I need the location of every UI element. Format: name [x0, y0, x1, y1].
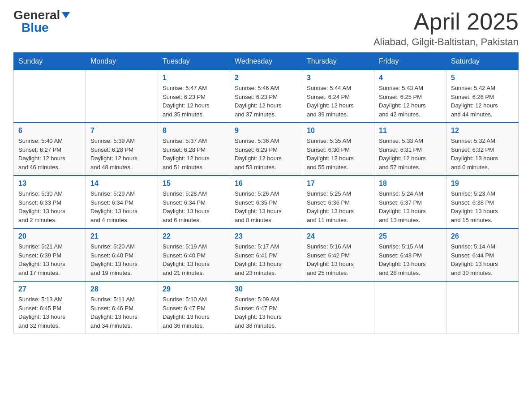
calendar-cell: 21Sunrise: 5:20 AMSunset: 6:40 PMDayligh… — [86, 228, 158, 281]
day-number: 29 — [163, 285, 225, 293]
calendar-cell — [374, 281, 446, 334]
day-number: 18 — [379, 180, 442, 188]
day-info: Sunrise: 5:23 AMSunset: 6:38 PMDaylight:… — [451, 189, 514, 224]
day-number: 21 — [90, 232, 153, 240]
calendar-cell: 26Sunrise: 5:14 AMSunset: 6:44 PMDayligh… — [446, 228, 519, 281]
calendar-cell — [302, 281, 374, 334]
day-number: 8 — [163, 127, 225, 135]
day-info: Sunrise: 5:33 AMSunset: 6:31 PMDaylight:… — [379, 137, 442, 171]
calendar-cell: 11Sunrise: 5:33 AMSunset: 6:31 PMDayligh… — [374, 123, 446, 176]
page-header: General Blue April 2025 Aliabad, Gilgit-… — [13, 9, 519, 48]
logo-triangle-icon — [62, 12, 70, 18]
calendar-week-row: 13Sunrise: 5:30 AMSunset: 6:33 PMDayligh… — [14, 176, 519, 228]
day-number: 25 — [379, 232, 442, 240]
day-number: 11 — [379, 127, 442, 135]
calendar-cell: 28Sunrise: 5:11 AMSunset: 6:46 PMDayligh… — [86, 281, 158, 334]
day-number: 20 — [18, 232, 81, 240]
column-header-monday: Monday — [86, 53, 158, 70]
day-info: Sunrise: 5:24 AMSunset: 6:37 PMDaylight:… — [379, 189, 442, 224]
logo: General Blue — [13, 9, 70, 34]
calendar-cell: 7Sunrise: 5:39 AMSunset: 6:28 PMDaylight… — [86, 123, 158, 176]
day-info: Sunrise: 5:11 AMSunset: 6:46 PMDaylight:… — [90, 295, 153, 330]
month-title: April 2025 — [373, 9, 519, 34]
day-info: Sunrise: 5:37 AMSunset: 6:28 PMDaylight:… — [163, 137, 225, 171]
column-header-friday: Friday — [374, 53, 446, 70]
day-number: 28 — [90, 285, 153, 293]
day-number: 7 — [90, 127, 153, 135]
calendar-cell: 18Sunrise: 5:24 AMSunset: 6:37 PMDayligh… — [374, 176, 446, 228]
calendar-cell: 1Sunrise: 5:47 AMSunset: 6:23 PMDaylight… — [158, 70, 230, 123]
day-info: Sunrise: 5:19 AMSunset: 6:40 PMDaylight:… — [163, 242, 225, 277]
day-info: Sunrise: 5:39 AMSunset: 6:28 PMDaylight:… — [90, 137, 153, 171]
day-info: Sunrise: 5:14 AMSunset: 6:44 PMDaylight:… — [451, 242, 514, 277]
day-number: 15 — [163, 180, 225, 188]
calendar-cell: 15Sunrise: 5:28 AMSunset: 6:34 PMDayligh… — [158, 176, 230, 228]
calendar-table: SundayMondayTuesdayWednesdayThursdayFrid… — [13, 52, 519, 334]
calendar-week-row: 27Sunrise: 5:13 AMSunset: 6:45 PMDayligh… — [14, 281, 519, 334]
day-info: Sunrise: 5:13 AMSunset: 6:45 PMDaylight:… — [18, 295, 81, 330]
day-number: 3 — [307, 74, 369, 82]
location-title: Aliabad, Gilgit-Baltistan, Pakistan — [373, 36, 519, 48]
column-header-tuesday: Tuesday — [158, 53, 230, 70]
day-number: 6 — [18, 127, 81, 135]
day-info: Sunrise: 5:35 AMSunset: 6:30 PMDaylight:… — [307, 137, 369, 171]
calendar-header-row: SundayMondayTuesdayWednesdayThursdayFrid… — [14, 53, 519, 70]
calendar-cell: 30Sunrise: 5:09 AMSunset: 6:47 PMDayligh… — [230, 281, 302, 334]
calendar-cell: 13Sunrise: 5:30 AMSunset: 6:33 PMDayligh… — [14, 176, 86, 228]
day-info: Sunrise: 5:44 AMSunset: 6:24 PMDaylight:… — [307, 84, 369, 119]
calendar-week-row: 20Sunrise: 5:21 AMSunset: 6:39 PMDayligh… — [14, 228, 519, 281]
calendar-cell: 9Sunrise: 5:36 AMSunset: 6:29 PMDaylight… — [230, 123, 302, 176]
day-number: 4 — [379, 74, 442, 82]
column-header-thursday: Thursday — [302, 53, 374, 70]
column-header-wednesday: Wednesday — [230, 53, 302, 70]
calendar-cell: 20Sunrise: 5:21 AMSunset: 6:39 PMDayligh… — [14, 228, 86, 281]
calendar-cell: 8Sunrise: 5:37 AMSunset: 6:28 PMDaylight… — [158, 123, 230, 176]
day-number: 1 — [163, 74, 225, 82]
calendar-cell: 29Sunrise: 5:10 AMSunset: 6:47 PMDayligh… — [158, 281, 230, 334]
day-number: 30 — [235, 285, 297, 293]
calendar-cell: 17Sunrise: 5:25 AMSunset: 6:36 PMDayligh… — [302, 176, 374, 228]
day-info: Sunrise: 5:40 AMSunset: 6:27 PMDaylight:… — [18, 137, 81, 171]
day-info: Sunrise: 5:17 AMSunset: 6:41 PMDaylight:… — [235, 242, 297, 277]
day-number: 17 — [307, 180, 369, 188]
calendar-week-row: 1Sunrise: 5:47 AMSunset: 6:23 PMDaylight… — [14, 70, 519, 123]
calendar-cell — [14, 70, 86, 123]
day-number: 10 — [307, 127, 369, 135]
day-info: Sunrise: 5:09 AMSunset: 6:47 PMDaylight:… — [235, 295, 297, 330]
day-info: Sunrise: 5:26 AMSunset: 6:35 PMDaylight:… — [235, 189, 297, 224]
calendar-cell: 12Sunrise: 5:32 AMSunset: 6:32 PMDayligh… — [446, 123, 519, 176]
calendar-cell: 5Sunrise: 5:42 AMSunset: 6:26 PMDaylight… — [446, 70, 519, 123]
day-info: Sunrise: 5:30 AMSunset: 6:33 PMDaylight:… — [18, 189, 81, 224]
day-info: Sunrise: 5:29 AMSunset: 6:34 PMDaylight:… — [90, 189, 153, 224]
day-info: Sunrise: 5:20 AMSunset: 6:40 PMDaylight:… — [90, 242, 153, 277]
calendar-cell: 6Sunrise: 5:40 AMSunset: 6:27 PMDaylight… — [14, 123, 86, 176]
day-number: 14 — [90, 180, 153, 188]
day-number: 16 — [235, 180, 297, 188]
calendar-cell: 22Sunrise: 5:19 AMSunset: 6:40 PMDayligh… — [158, 228, 230, 281]
day-number: 22 — [163, 232, 225, 240]
day-number: 26 — [451, 232, 514, 240]
day-info: Sunrise: 5:36 AMSunset: 6:29 PMDaylight:… — [235, 137, 297, 171]
day-info: Sunrise: 5:16 AMSunset: 6:42 PMDaylight:… — [307, 242, 369, 277]
day-number: 12 — [451, 127, 514, 135]
calendar-cell: 23Sunrise: 5:17 AMSunset: 6:41 PMDayligh… — [230, 228, 302, 281]
day-info: Sunrise: 5:28 AMSunset: 6:34 PMDaylight:… — [163, 189, 225, 224]
day-number: 13 — [18, 180, 81, 188]
calendar-cell: 19Sunrise: 5:23 AMSunset: 6:38 PMDayligh… — [446, 176, 519, 228]
calendar-cell: 16Sunrise: 5:26 AMSunset: 6:35 PMDayligh… — [230, 176, 302, 228]
calendar-cell: 14Sunrise: 5:29 AMSunset: 6:34 PMDayligh… — [86, 176, 158, 228]
calendar-cell: 25Sunrise: 5:15 AMSunset: 6:43 PMDayligh… — [374, 228, 446, 281]
calendar-cell: 4Sunrise: 5:43 AMSunset: 6:25 PMDaylight… — [374, 70, 446, 123]
calendar-cell — [446, 281, 519, 334]
calendar-cell: 27Sunrise: 5:13 AMSunset: 6:45 PMDayligh… — [14, 281, 86, 334]
day-number: 5 — [451, 74, 514, 82]
day-number: 27 — [18, 285, 81, 293]
column-header-saturday: Saturday — [446, 53, 519, 70]
day-info: Sunrise: 5:10 AMSunset: 6:47 PMDaylight:… — [163, 295, 225, 330]
day-number: 23 — [235, 232, 297, 240]
calendar-week-row: 6Sunrise: 5:40 AMSunset: 6:27 PMDaylight… — [14, 123, 519, 176]
day-info: Sunrise: 5:21 AMSunset: 6:39 PMDaylight:… — [18, 242, 81, 277]
logo-general-text: General — [13, 9, 60, 21]
day-number: 2 — [235, 74, 297, 82]
day-info: Sunrise: 5:25 AMSunset: 6:36 PMDaylight:… — [307, 189, 369, 224]
